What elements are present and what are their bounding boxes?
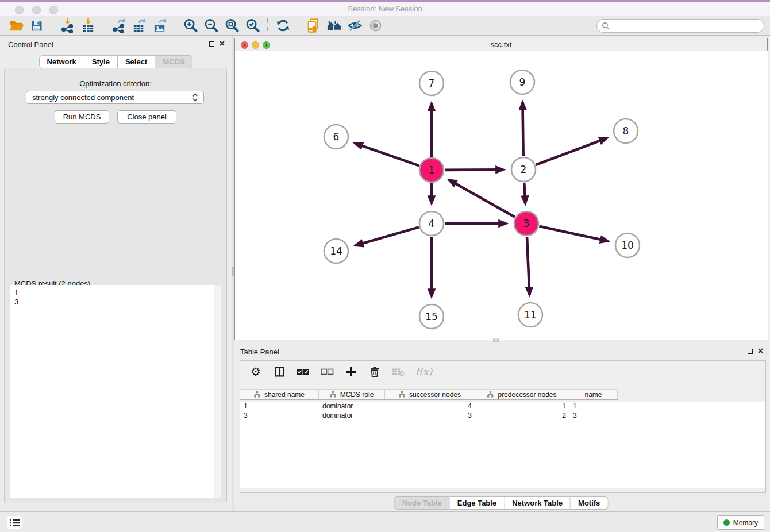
- mcds-result-text: 1 3: [10, 285, 221, 310]
- cell-name[interactable]: 1: [569, 402, 618, 411]
- toolbar-separator: [298, 18, 298, 33]
- close-panel-icon[interactable]: ×: [220, 40, 225, 48]
- toolbar-separator: [267, 18, 268, 33]
- window-title: Session: New Session: [0, 5, 770, 13]
- node-14[interactable]: 14: [324, 239, 348, 263]
- deselect-all-icon[interactable]: [321, 364, 334, 379]
- cell-successor-nodes[interactable]: 4: [385, 402, 475, 411]
- tab-network-table[interactable]: Network Table: [505, 496, 571, 510]
- tab-node-table[interactable]: Node Table: [394, 496, 450, 510]
- mcds-result-list[interactable]: 1 3: [10, 285, 221, 498]
- network-canvas[interactable]: 1234678910111415: [236, 51, 768, 340]
- control-panel-header: Control Panel ×: [0, 36, 232, 53]
- node-6[interactable]: 6: [324, 125, 348, 149]
- edge-3-11[interactable]: [527, 237, 529, 295]
- float-table-panel-icon[interactable]: [748, 349, 753, 354]
- edge-2-3[interactable]: [524, 183, 525, 203]
- add-icon[interactable]: [345, 364, 357, 379]
- cell-name[interactable]: 3: [569, 411, 618, 420]
- close-panel-button[interactable]: Close panel: [117, 110, 176, 124]
- show-all-icon[interactable]: [365, 17, 386, 34]
- mcds-result-group: MCDS result (2 nodes) 1 3: [9, 284, 222, 499]
- svg-text:4: 4: [429, 218, 435, 229]
- node-15[interactable]: 15: [419, 304, 444, 329]
- optimization-criterion-select[interactable]: strongly connected component: [26, 91, 204, 104]
- cell-predecessor-nodes[interactable]: 2: [475, 411, 569, 420]
- cell-mcds-role[interactable]: dominator: [319, 411, 385, 420]
- cell-mcds-role[interactable]: dominator: [319, 402, 385, 411]
- main-toolbar: [0, 16, 770, 36]
- cell-shared-name[interactable]: 1: [240, 402, 319, 411]
- table-row[interactable]: 3dominator323: [240, 411, 765, 420]
- show-columns-icon[interactable]: [273, 364, 286, 379]
- node-8[interactable]: 8: [614, 119, 638, 143]
- zoom-out-icon[interactable]: [201, 17, 221, 34]
- edge-1-2[interactable]: [445, 169, 503, 170]
- tab-style[interactable]: Style: [84, 55, 118, 68]
- task-history-button[interactable]: [7, 516, 22, 529]
- column-header-successor-nodes[interactable]: successor nodes: [385, 390, 475, 399]
- select-all-icon[interactable]: [297, 364, 310, 379]
- tab-motifs[interactable]: Motifs: [571, 496, 608, 510]
- table-settings-icon[interactable]: ⚙: [249, 364, 262, 379]
- refresh-layout-icon[interactable]: [272, 17, 293, 34]
- zoom-in-icon[interactable]: [180, 17, 201, 34]
- node-4[interactable]: 4: [419, 211, 444, 236]
- import-table-icon[interactable]: [78, 17, 98, 34]
- cell-predecessor-nodes[interactable]: 1: [475, 402, 569, 411]
- zoom-selected-icon[interactable]: [242, 17, 263, 34]
- edge-1-6[interactable]: [355, 144, 419, 166]
- delete-icon[interactable]: [368, 364, 381, 379]
- table-row[interactable]: 1dominator411: [240, 402, 765, 411]
- network-graph[interactable]: 1234678910111415: [236, 51, 768, 340]
- float-panel-icon[interactable]: [209, 41, 214, 47]
- edge-4-14[interactable]: [356, 227, 419, 245]
- hide-selected-icon[interactable]: [344, 17, 365, 34]
- table-header-row: shared nameMCDS rolesuccessor nodesprede…: [240, 389, 618, 400]
- column-header-label: name: [584, 391, 602, 399]
- search-icon: [602, 22, 610, 30]
- save-session-icon[interactable]: [26, 17, 47, 34]
- first-neighbors-icon[interactable]: [324, 17, 344, 34]
- open-session-icon[interactable]: [6, 17, 26, 34]
- cell-successor-nodes[interactable]: 3: [385, 411, 475, 420]
- column-header-shared-name[interactable]: shared name: [240, 390, 319, 399]
- tab-network[interactable]: Network: [39, 55, 84, 68]
- node-1[interactable]: 1: [419, 158, 444, 182]
- edge-2-9[interactable]: [522, 102, 523, 156]
- export-network-icon[interactable]: [108, 17, 129, 34]
- result-scrollbar[interactable]: [214, 285, 221, 498]
- column-header-name[interactable]: name: [569, 390, 618, 399]
- edge-3-10[interactable]: [539, 226, 607, 241]
- zoom-fit-icon[interactable]: [221, 17, 242, 34]
- search-input[interactable]: [613, 22, 759, 30]
- node-2[interactable]: 2: [511, 157, 536, 182]
- node-3[interactable]: 3: [514, 211, 538, 236]
- tab-select[interactable]: Select: [118, 55, 155, 68]
- horizontal-splitter-grip[interactable]: [493, 338, 499, 342]
- edge-3-1[interactable]: [449, 180, 514, 217]
- node-11[interactable]: 11: [518, 303, 542, 327]
- close-table-panel-icon[interactable]: ×: [758, 347, 763, 355]
- export-table-icon[interactable]: [129, 17, 149, 34]
- column-header-predecessor-nodes[interactable]: predecessor nodes: [475, 390, 569, 399]
- svg-text:11: 11: [524, 309, 537, 321]
- node-10[interactable]: 10: [615, 233, 640, 257]
- run-mcds-button[interactable]: Run MCDS: [55, 110, 109, 124]
- new-network-from-selection-icon[interactable]: [303, 17, 324, 34]
- network-window-titlebar[interactable]: × − + scc.txt: [235, 38, 767, 51]
- tab-mcds[interactable]: MCDS: [155, 55, 192, 68]
- edge-2-8[interactable]: [536, 138, 607, 165]
- delete-table-icon: [392, 364, 405, 379]
- control-panel-tabs: NetworkStyleSelectMCDS: [39, 55, 193, 68]
- list-icon: [10, 519, 20, 527]
- import-network-icon[interactable]: [57, 17, 78, 34]
- memory-button[interactable]: Memory: [717, 515, 764, 530]
- search-field[interactable]: [596, 19, 764, 33]
- cell-shared-name[interactable]: 3: [240, 411, 319, 420]
- export-image-icon[interactable]: [149, 17, 170, 34]
- tab-edge-table[interactable]: Edge Table: [450, 496, 505, 510]
- column-header-mcds-role[interactable]: MCDS role: [319, 390, 385, 399]
- node-7[interactable]: 7: [419, 71, 444, 95]
- node-9[interactable]: 9: [510, 70, 534, 94]
